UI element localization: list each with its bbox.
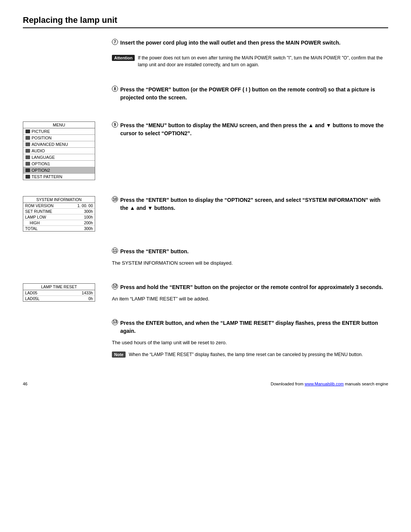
language-icon — [25, 155, 30, 159]
footer: 46 Downloaded from www.Manualslib.com ma… — [23, 382, 388, 386]
step-10-left: SYSTEM INFORMATION ROM VERSION 1. 00. 00… — [23, 196, 103, 232]
step-10-right: 10 Press the “ENTER” button to display t… — [112, 196, 388, 216]
step-12-right: 12 Press and hold the “ENTER” button on … — [112, 283, 388, 303]
step-7-right: 7 Insert the power cord plug into the wa… — [112, 39, 388, 70]
menu-item-advanced: ADVANCED MENU — [23, 141, 95, 148]
step-9-heading: Press the “MENU” button to display the M… — [120, 121, 388, 137]
step-8-section: 8 Press the “POWER” button (or the POWER… — [23, 86, 388, 105]
sysinfo-table: SYSTEM INFORMATION ROM VERSION 1. 00. 00… — [23, 196, 95, 232]
step-13-number: 13 — [112, 319, 118, 325]
note-text: When the “LAMP TIME RESET” display flash… — [129, 351, 363, 358]
step-7-heading: Insert the power cord plug into the wall… — [120, 39, 341, 47]
lamp-row-lad05: LAD05 1433h — [23, 290, 95, 296]
picture-icon — [25, 129, 30, 133]
option1-icon — [25, 162, 30, 166]
step-8-number: 8 — [112, 86, 118, 92]
lamp-table: LAMP TIME RESET LAD05 1433h LAD05L 0h — [23, 283, 95, 302]
step-13-note: Note When the “LAMP TIME RESET” display … — [112, 351, 388, 358]
step-7-section: 7 Insert the power cord plug into the wa… — [23, 39, 388, 70]
sysinfo-title: SYSTEM INFORMATION — [23, 197, 95, 203]
page-number: 46 — [23, 382, 27, 386]
step-11-right: 11 Press the “ENTER” button. The SYSTEM … — [112, 248, 388, 267]
lamp-row-lad05l: LAD05L 0h — [23, 296, 95, 301]
step-9-right: 9 Press the “MENU” button to display the… — [112, 121, 388, 141]
sysinfo-row-setruntime: SET RUNTIME 300h — [23, 209, 95, 214]
step-13-section: 13 Press the ENTER button, and when the … — [23, 319, 388, 360]
footer-link[interactable]: www.Manualslib.com — [305, 382, 344, 386]
testpattern-icon — [25, 175, 30, 179]
step-11-section: 11 Press the “ENTER” button. The SYSTEM … — [23, 248, 388, 267]
menu-item-picture: PICTURE — [23, 128, 95, 135]
step-9-left: MENU PICTURE POSITION ADVANCED MENU — [23, 121, 103, 180]
page-title: Replacing the lamp unit — [23, 15, 388, 28]
menu-item-language: LANGUAGE — [23, 154, 95, 161]
step-11-body: The SYSTEM INFORMATION screen will be di… — [112, 259, 388, 267]
step-11-number: 11 — [112, 248, 118, 254]
step-12-number: 12 — [112, 283, 118, 289]
attention-label: Attention — [112, 55, 135, 61]
step-10-heading: Press the “ENTER” button to display the … — [120, 196, 388, 212]
step-12-heading: Press and hold the “ENTER” button on the… — [120, 283, 383, 291]
menu-item-option2: OPTION2 — [23, 167, 95, 174]
step-10-number: 10 — [112, 196, 118, 202]
note-label: Note — [112, 351, 126, 358]
step-11-heading: Press the “ENTER” button. — [120, 248, 189, 256]
sysinfo-row-lamplow: LAMP LOW 100h — [23, 214, 95, 220]
lamp-title: LAMP TIME RESET — [23, 284, 95, 290]
option2-icon — [25, 168, 30, 172]
step-8-right: 8 Press the “POWER” button (or the POWER… — [112, 86, 388, 105]
step-7-attention: Attention If the power does not turn on … — [112, 54, 388, 68]
step-12-body: An item “LAMP TIME RESET” will be added. — [112, 295, 388, 303]
step-12-left: LAMP TIME RESET LAD05 1433h LAD05L 0h — [23, 283, 103, 302]
menu-item-testpattern: TEST PATTERN — [23, 174, 95, 180]
step-12-section: LAMP TIME RESET LAD05 1433h LAD05L 0h 12… — [23, 283, 388, 303]
menu-item-audio: AUDIO — [23, 148, 95, 154]
sysinfo-row-romversion: ROM VERSION 1. 00. 00 — [23, 203, 95, 209]
step-13-right: 13 Press the ENTER button, and when the … — [112, 319, 388, 360]
menu-table: MENU PICTURE POSITION ADVANCED MENU — [23, 121, 95, 180]
advanced-icon — [25, 142, 30, 146]
attention-text: If the power does not turn on even after… — [138, 54, 388, 68]
step-9-number: 9 — [112, 121, 118, 128]
step-9-section: MENU PICTURE POSITION ADVANCED MENU — [23, 121, 388, 180]
footer-downloaded: Downloaded from www.Manualslib.com manua… — [271, 382, 388, 386]
menu-item-position: POSITION — [23, 135, 95, 141]
step-10-section: SYSTEM INFORMATION ROM VERSION 1. 00. 00… — [23, 196, 388, 232]
menu-title: MENU — [23, 122, 95, 128]
sysinfo-row-high: HIGH 200h — [23, 220, 95, 226]
step-13-body: The used hours of the lamp unit will be … — [112, 339, 388, 347]
position-icon — [25, 136, 30, 140]
audio-icon — [25, 149, 30, 153]
step-7-number: 7 — [112, 39, 118, 45]
sysinfo-row-total: TOTAL 300h — [23, 226, 95, 231]
menu-item-option1: OPTION1 — [23, 161, 95, 167]
step-13-heading: Press the ENTER button, and when the “LA… — [120, 319, 388, 335]
step-8-heading: Press the “POWER” button (or the POWER O… — [120, 86, 388, 102]
